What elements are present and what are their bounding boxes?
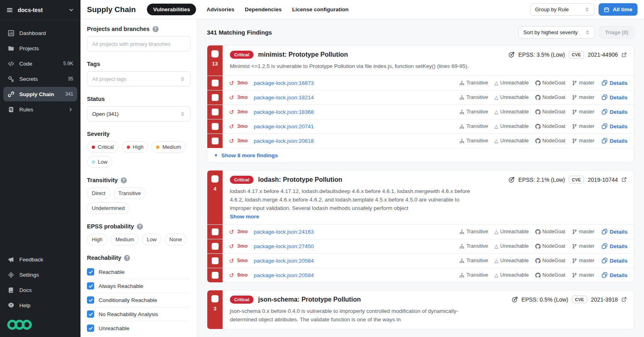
menu-icon[interactable] bbox=[6, 7, 13, 13]
severity-pill-high[interactable]: High bbox=[122, 141, 149, 153]
select-finding-checkbox[interactable] bbox=[211, 175, 219, 183]
sort-select[interactable]: Sort by highest severity bbox=[518, 26, 595, 39]
repo-meta[interactable]: NodeGoat bbox=[535, 229, 566, 234]
cve-id[interactable]: 2021-44906 bbox=[588, 51, 618, 58]
repo-meta[interactable]: NodeGoat bbox=[535, 272, 566, 278]
checkbox-checked[interactable] bbox=[87, 282, 94, 290]
file-link[interactable]: package-lock.json:27450 bbox=[254, 243, 314, 249]
time-range-button[interactable]: All time bbox=[599, 3, 638, 16]
external-link-icon[interactable] bbox=[621, 177, 627, 182]
finding-title[interactable]: json-schema: Prototype Pollution bbox=[258, 296, 361, 303]
details-button[interactable]: Details bbox=[602, 95, 627, 101]
select-row-checkbox[interactable] bbox=[212, 123, 219, 130]
repo-meta[interactable]: NodeGoat bbox=[535, 109, 566, 115]
details-button[interactable]: Details bbox=[602, 138, 627, 144]
reachability-option-always-reachable[interactable]: Always Reachable bbox=[87, 279, 190, 293]
select-finding-checkbox[interactable] bbox=[211, 295, 219, 302]
details-button[interactable]: Details bbox=[602, 272, 627, 278]
finding-title[interactable]: lodash: Prototype Pollution bbox=[258, 176, 342, 183]
help-circle-icon[interactable]: ? bbox=[137, 224, 143, 230]
repo-meta[interactable]: NodeGoat bbox=[535, 243, 566, 249]
cve-id[interactable]: 2021-3918 bbox=[591, 296, 618, 303]
sidebar-item-secrets[interactable]: Secrets 35 bbox=[3, 72, 77, 86]
help-circle-icon[interactable]: ? bbox=[153, 26, 159, 32]
tags-input[interactable]: All project tags bbox=[87, 71, 190, 86]
reachability-option-conditionally-reachable[interactable]: Conditionally Reachable bbox=[87, 293, 190, 307]
sidebar-item-docs[interactable]: Docs bbox=[3, 283, 77, 297]
checkbox-checked[interactable] bbox=[87, 310, 94, 318]
org-switcher[interactable]: docs-test bbox=[0, 0, 80, 20]
external-link-icon[interactable] bbox=[621, 52, 627, 58]
sidebar-item-code[interactable]: Code 5.9K bbox=[3, 56, 77, 71]
epss-pill-none[interactable]: None bbox=[165, 234, 187, 245]
epss-pill-medium[interactable]: Medium bbox=[111, 234, 139, 245]
file-link[interactable]: package-lock.json:20741 bbox=[254, 123, 314, 129]
severity-pill-critical[interactable]: Critical bbox=[87, 141, 119, 153]
file-link[interactable]: package-lock.json:18214 bbox=[254, 95, 314, 101]
tab-dependencies[interactable]: Dependencies bbox=[245, 6, 282, 12]
repo-meta[interactable]: NodeGoat bbox=[535, 95, 566, 100]
sidebar-item-help[interactable]: Help bbox=[3, 298, 77, 312]
triangle-icon: △ bbox=[494, 138, 498, 143]
details-button[interactable]: Details bbox=[602, 229, 627, 235]
file-link[interactable]: package-lock.json:18368 bbox=[254, 109, 314, 115]
finding-title[interactable]: minimist: Prototype Pollution bbox=[258, 51, 348, 58]
help-circle-icon[interactable]: ? bbox=[124, 255, 130, 261]
file-link[interactable]: package-lock.json:16873 bbox=[254, 80, 314, 86]
details-button[interactable]: Details bbox=[602, 80, 627, 86]
select-row-checkbox[interactable] bbox=[212, 109, 219, 115]
details-button[interactable]: Details bbox=[602, 258, 627, 264]
tab-license-configuration[interactable]: License configuration bbox=[292, 6, 349, 12]
select-finding-checkbox[interactable] bbox=[211, 50, 219, 58]
checkbox-checked[interactable] bbox=[87, 325, 94, 332]
status-select[interactable]: Open (341) bbox=[87, 106, 190, 121]
reachability-option-unreachable[interactable]: Unreachable bbox=[87, 321, 190, 335]
select-row-checkbox[interactable] bbox=[212, 257, 219, 264]
sidebar-item-projects[interactable]: Projects bbox=[3, 41, 77, 55]
severity-pill-medium[interactable]: Medium bbox=[151, 141, 186, 153]
select-row-checkbox[interactable] bbox=[212, 272, 219, 279]
details-button[interactable]: Details bbox=[602, 123, 627, 129]
transitivity-pill-direct[interactable]: Direct bbox=[87, 187, 110, 199]
repo-meta[interactable]: NodeGoat bbox=[535, 123, 566, 129]
reachability-meta: △Unreachable bbox=[494, 138, 528, 144]
checkbox-checked[interactable] bbox=[87, 296, 94, 304]
sidebar-item-dashboard[interactable]: Dashboard bbox=[3, 26, 77, 40]
select-row-checkbox[interactable] bbox=[212, 228, 219, 235]
select-row-checkbox[interactable] bbox=[212, 80, 219, 86]
epss-pill-high[interactable]: High bbox=[87, 234, 107, 245]
transitivity-pill-undetermined[interactable]: Undetermined bbox=[87, 202, 130, 214]
details-button[interactable]: Details bbox=[602, 243, 627, 249]
details-button[interactable]: Details bbox=[602, 109, 627, 115]
show-more-findings-button[interactable]: ▼ Show 8 more findings bbox=[207, 148, 634, 162]
show-more-link[interactable]: Show more bbox=[230, 214, 627, 220]
file-link[interactable]: package-lock.json:20584 bbox=[254, 272, 314, 278]
help-circle-icon[interactable]: ? bbox=[121, 177, 127, 183]
file-link[interactable]: package-lock.json:20818 bbox=[254, 138, 314, 144]
select-row-checkbox[interactable] bbox=[212, 94, 219, 101]
repo-meta[interactable]: NodeGoat bbox=[535, 258, 566, 263]
triage-button[interactable]: Triage (0) bbox=[599, 26, 634, 39]
external-link-icon[interactable] bbox=[621, 297, 627, 302]
epss-pill-low[interactable]: Low bbox=[142, 234, 161, 245]
reachability-option-no-analysis[interactable]: No Reachability Analysis bbox=[87, 307, 190, 321]
sidebar-item-rules[interactable]: Rules bbox=[3, 102, 77, 117]
repo-meta[interactable]: NodeGoat bbox=[535, 138, 566, 144]
repo-meta[interactable]: NodeGoat bbox=[535, 80, 566, 86]
transitivity-pill-transitive[interactable]: Transitive bbox=[114, 187, 146, 199]
select-row-checkbox[interactable] bbox=[212, 243, 219, 250]
cve-id[interactable]: 2019-10744 bbox=[588, 177, 618, 183]
group-by-select[interactable]: Group by Rule bbox=[530, 3, 594, 16]
reachability-option-reachable[interactable]: Reachable bbox=[87, 265, 190, 279]
checkbox-checked[interactable] bbox=[87, 268, 94, 275]
select-row-checkbox[interactable] bbox=[212, 138, 219, 144]
sidebar-item-feedback[interactable]: Feedback bbox=[3, 252, 77, 267]
tab-advisories[interactable]: Advisories bbox=[206, 6, 234, 12]
projects-input[interactable]: All projects with primary branches bbox=[87, 36, 190, 51]
tab-vulnerabilities[interactable]: Vulnerabilities bbox=[147, 4, 196, 15]
severity-pill-low[interactable]: Low bbox=[87, 156, 112, 168]
sidebar-item-settings[interactable]: Settings bbox=[3, 267, 77, 282]
file-link[interactable]: package-lock.json:24163 bbox=[254, 229, 314, 235]
sidebar-item-supply-chain[interactable]: Supply Chain 341 bbox=[3, 87, 77, 101]
file-link[interactable]: package-lock.json:20584 bbox=[254, 258, 314, 264]
